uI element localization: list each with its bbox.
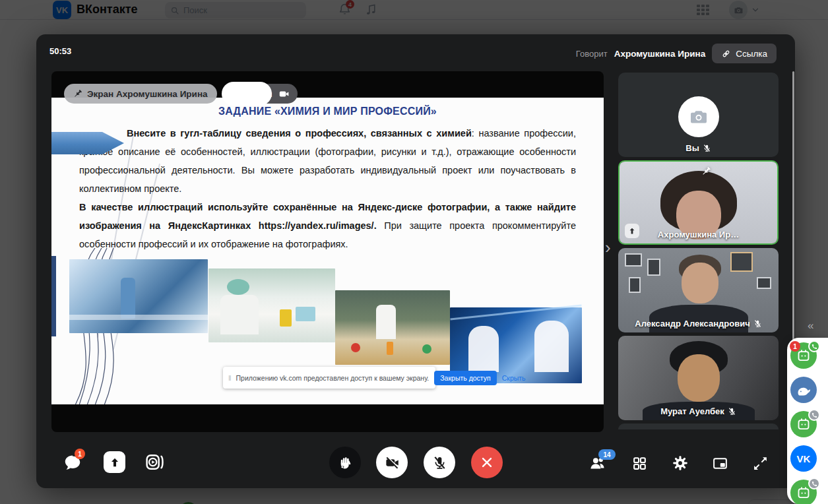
call-app-icon[interactable] [790, 411, 817, 437]
screen-toggle-pill[interactable]: н [224, 84, 298, 104]
participants-button[interactable]: 14 [589, 455, 607, 475]
photo-teacher-coat [376, 305, 396, 339]
grid-view-button[interactable] [631, 455, 648, 474]
participant-tile-aleksandr[interactable]: Александр Александрович [618, 248, 779, 332]
call-window: 50:53 Говорит Ахромушкина Ирина Ссылка Э… [36, 34, 795, 488]
next-participant-tile-edge [618, 424, 779, 429]
record-button[interactable] [144, 452, 165, 475]
phone-icon [812, 412, 817, 418]
slide-body-text: Внесите в гугл-таблицу сведения о профес… [79, 124, 576, 253]
participant-name: Вы [685, 143, 699, 153]
hand-icon [338, 455, 353, 470]
close-icon [480, 455, 494, 470]
copy-link-button[interactable]: Ссылка [712, 44, 777, 63]
photo-walkway [69, 315, 208, 320]
photo-flask-orange [387, 342, 393, 355]
participant-name: Мурат Ауелбек [660, 406, 724, 416]
participants-column: Вы Ахромушкина Ир… [618, 73, 779, 429]
camera-off-icon [385, 455, 400, 470]
arrow-up-icon [108, 456, 121, 469]
cursor-highlight [222, 82, 272, 106]
wall-frame [730, 252, 753, 272]
photo-researcher-left [468, 326, 499, 372]
chemistry-class-photo [335, 290, 450, 365]
participant-tile-murat[interactable]: Мурат Ауелбек [618, 336, 779, 420]
chat-badge: 1 [75, 449, 85, 459]
stop-sharing-button[interactable]: Закрыть доступ [434, 371, 496, 385]
presentation-slide: ЗАДАНИЕ «ХИМИЯ И МИР ПРОФЕССИЙ» Внесите … [51, 98, 604, 404]
screen-share-banner: ‖ Приложению vk.com предоставлен доступ … [223, 367, 435, 389]
vk-app-icon[interactable]: VK [790, 445, 817, 472]
end-call-button[interactable] [471, 447, 503, 478]
photo-coat [220, 295, 259, 334]
participant-tile-self[interactable]: Вы [618, 73, 779, 157]
next-page-chevron[interactable]: › [605, 239, 611, 256]
banner-text: Приложению vk.com предоставлен доступ к … [236, 374, 430, 382]
hide-banner-link[interactable]: Скрыть [502, 374, 526, 382]
whale-app-icon[interactable] [790, 377, 817, 403]
camera-off-button[interactable] [376, 447, 408, 478]
screen-share-stage[interactable]: Экран Ахромушкина Ирина н ЗАДАНИЕ «ХИМИЯ… [51, 71, 604, 432]
wall-frame [647, 259, 660, 276]
link-button-label: Ссылка [736, 49, 767, 59]
call-app-icon[interactable]: 1 [790, 342, 817, 369]
slide-title: ЗАДАНИЕ «ХИМИЯ И МИР ПРОФЕССИЙ» [51, 106, 604, 117]
pip-button[interactable] [712, 455, 728, 474]
photo-blue-rack [296, 307, 315, 321]
phone-badge [808, 340, 820, 352]
photo-molecule-green [422, 344, 431, 354]
camera-placeholder [678, 96, 719, 137]
record-icon [144, 452, 165, 472]
wall-frame [625, 253, 642, 267]
gear-icon [672, 455, 689, 472]
phone-icon [812, 481, 817, 487]
video-camera-icon [278, 88, 290, 100]
participant-name: Александр Александрович [635, 319, 750, 329]
shared-screen-pill[interactable]: Экран Ахромушкина Ирина [64, 84, 217, 104]
speaking-label: Говорит [576, 49, 608, 59]
slide-text-bold: Внесите в гугл-таблицу сведения о профес… [127, 128, 472, 139]
share-screen-button[interactable] [104, 451, 125, 473]
page: VK ВКонтакте 4 Групповой · 25 авг 50:53 … [0, 0, 828, 504]
link-icon [721, 49, 731, 59]
widget-badge: 1 [790, 341, 800, 352]
fullscreen-button[interactable] [752, 455, 769, 474]
mic-muted-icon [728, 407, 736, 416]
call-timer: 50:53 [49, 46, 71, 56]
widget-collapse-chevron[interactable]: « [808, 319, 812, 332]
mic-off-button[interactable] [424, 447, 455, 478]
chemistry-lab-photo [208, 268, 335, 342]
shared-screen-pill-label: Экран Ахромушкина Ирина [87, 89, 208, 99]
photo-figure [121, 278, 135, 319]
grid-icon [631, 455, 648, 472]
mic-muted-icon [703, 144, 711, 152]
chat-button[interactable]: 1 [63, 453, 82, 475]
photo-molecule-red [351, 343, 360, 352]
call-app-icon[interactable] [790, 480, 817, 504]
vk-logo-text: VK [797, 453, 811, 464]
phone-badge [808, 409, 820, 421]
participants-badge: 14 [598, 449, 616, 460]
wall-frame [757, 277, 771, 289]
participant-face [678, 354, 720, 402]
photo-dna-line [450, 305, 581, 321]
pin-icon [701, 166, 711, 176]
settings-button[interactable] [672, 455, 689, 474]
pin-icon [73, 89, 82, 98]
camera-icon [689, 107, 709, 127]
expand-icon [752, 455, 769, 472]
photo-researcher-right [534, 321, 569, 372]
participant-face [682, 263, 718, 303]
mic-muted-icon [432, 455, 447, 470]
photo-yellow-container [280, 309, 292, 327]
participant-tile-akhromushkina[interactable]: Ахромушкина Ир… [618, 160, 779, 245]
banner-drag-handle[interactable]: ‖ [228, 374, 231, 382]
phone-badge [808, 478, 820, 489]
raise-hand-button[interactable] [329, 447, 361, 478]
participant-name: Ахромушкина Ир… [658, 230, 739, 239]
photo-cap [227, 279, 249, 295]
phone-icon [812, 344, 817, 350]
picture-in-picture-icon [712, 455, 728, 472]
whale-icon [795, 381, 812, 398]
messenger-widget: 1 VK [787, 338, 828, 504]
